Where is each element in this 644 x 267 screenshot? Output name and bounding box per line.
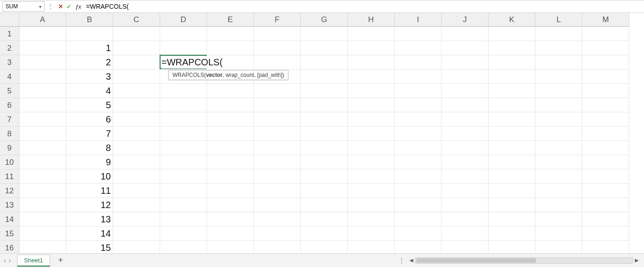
add-sheet-button[interactable]: + xyxy=(58,255,63,265)
row-header[interactable]: 2 xyxy=(0,41,19,55)
row-header[interactable]: 15 xyxy=(0,226,19,241)
cell[interactable] xyxy=(442,98,489,112)
cell[interactable] xyxy=(301,155,348,169)
cell[interactable]: 4 xyxy=(66,84,113,98)
cell[interactable] xyxy=(442,84,489,98)
cell[interactable] xyxy=(348,70,395,84)
cell[interactable] xyxy=(582,198,629,212)
tooltip-arg-rest[interactable]: , wrap_count, [pad_with]) xyxy=(223,72,284,78)
cell[interactable] xyxy=(113,155,160,169)
cell[interactable] xyxy=(535,70,582,84)
cell[interactable] xyxy=(489,184,535,198)
cell[interactable] xyxy=(19,84,66,98)
cell[interactable] xyxy=(442,226,489,241)
cell[interactable] xyxy=(442,70,489,84)
cell[interactable] xyxy=(348,141,395,155)
cell[interactable] xyxy=(301,127,348,141)
cell[interactable] xyxy=(535,55,582,70)
column-header[interactable]: D xyxy=(160,13,207,27)
cell[interactable] xyxy=(19,98,66,112)
cell[interactable] xyxy=(113,41,160,55)
cell[interactable] xyxy=(207,169,254,184)
row-header[interactable]: 5 xyxy=(0,84,19,98)
cell[interactable]: 11 xyxy=(66,184,113,198)
cell[interactable]: 5 xyxy=(66,98,113,112)
cell[interactable] xyxy=(348,112,395,127)
cell[interactable] xyxy=(207,226,254,241)
cell[interactable]: 6 xyxy=(66,112,113,127)
cell[interactable] xyxy=(113,212,160,226)
cell[interactable] xyxy=(535,127,582,141)
cell[interactable] xyxy=(160,212,207,226)
cell[interactable] xyxy=(160,226,207,241)
cell[interactable] xyxy=(207,184,254,198)
cell[interactable] xyxy=(395,55,442,70)
cell[interactable]: 12 xyxy=(66,198,113,212)
cell[interactable] xyxy=(535,27,582,41)
cell[interactable] xyxy=(395,127,442,141)
cell[interactable] xyxy=(395,41,442,55)
cell[interactable] xyxy=(160,169,207,184)
cell[interactable] xyxy=(160,141,207,155)
select-all-triangle[interactable] xyxy=(0,13,19,27)
scrollbar-thumb[interactable] xyxy=(416,258,536,263)
cell[interactable] xyxy=(301,70,348,84)
cell[interactable] xyxy=(582,184,629,198)
cell[interactable] xyxy=(301,84,348,98)
cell[interactable]: 14 xyxy=(66,226,113,241)
cell[interactable] xyxy=(442,155,489,169)
cell[interactable] xyxy=(301,212,348,226)
cell[interactable] xyxy=(160,127,207,141)
cell[interactable] xyxy=(254,55,301,70)
row-header[interactable]: 4 xyxy=(0,70,19,84)
scroll-options-icon[interactable]: ⋮ xyxy=(396,257,408,264)
cell[interactable] xyxy=(254,127,301,141)
cell[interactable] xyxy=(207,212,254,226)
cell[interactable] xyxy=(489,55,535,70)
cell[interactable] xyxy=(19,27,66,41)
row-header[interactable]: 10 xyxy=(0,155,19,169)
column-header[interactable]: G xyxy=(301,13,348,27)
cell[interactable] xyxy=(582,226,629,241)
cell[interactable] xyxy=(395,112,442,127)
cell[interactable] xyxy=(113,184,160,198)
cell[interactable] xyxy=(207,84,254,98)
cell[interactable] xyxy=(19,169,66,184)
cell[interactable] xyxy=(395,169,442,184)
cell[interactable] xyxy=(442,127,489,141)
cell[interactable] xyxy=(582,212,629,226)
cell[interactable] xyxy=(535,112,582,127)
cell[interactable] xyxy=(301,27,348,41)
cell[interactable] xyxy=(19,41,66,55)
cell[interactable] xyxy=(395,198,442,212)
cell[interactable] xyxy=(535,84,582,98)
cell[interactable] xyxy=(582,112,629,127)
cell[interactable] xyxy=(489,127,535,141)
cell[interactable] xyxy=(489,226,535,241)
row-header[interactable]: 6 xyxy=(0,98,19,112)
cell[interactable] xyxy=(489,112,535,127)
cell[interactable] xyxy=(395,212,442,226)
column-header[interactable]: I xyxy=(395,13,442,27)
cell[interactable] xyxy=(348,55,395,70)
cell[interactable] xyxy=(442,55,489,70)
cell[interactable] xyxy=(301,141,348,155)
cell[interactable] xyxy=(582,41,629,55)
cell[interactable] xyxy=(19,112,66,127)
cell[interactable] xyxy=(207,127,254,141)
cell[interactable] xyxy=(489,70,535,84)
cell[interactable] xyxy=(19,155,66,169)
column-header[interactable]: H xyxy=(348,13,395,27)
cell[interactable] xyxy=(113,198,160,212)
row-header[interactable]: 14 xyxy=(0,212,19,226)
cell[interactable] xyxy=(254,212,301,226)
column-header[interactable]: J xyxy=(442,13,489,27)
cell[interactable] xyxy=(19,212,66,226)
cell[interactable] xyxy=(348,212,395,226)
cell[interactable]: 7 xyxy=(66,127,113,141)
cell[interactable] xyxy=(113,226,160,241)
cell[interactable] xyxy=(348,127,395,141)
cell[interactable] xyxy=(489,141,535,155)
cell[interactable]: 2 xyxy=(66,55,113,70)
cell[interactable] xyxy=(207,112,254,127)
